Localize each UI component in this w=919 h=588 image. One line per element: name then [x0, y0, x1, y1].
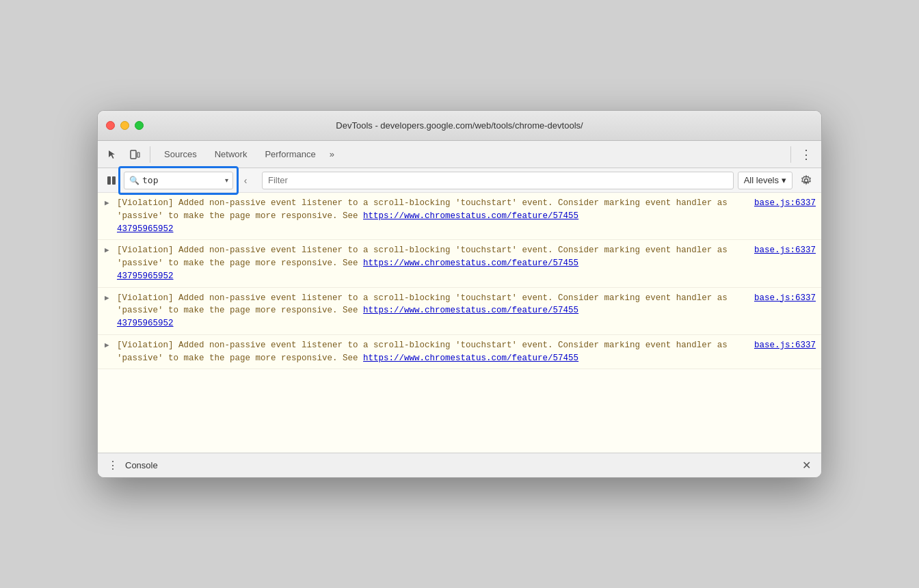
svg-point-4	[805, 178, 808, 182]
entry-link-inline[interactable]: https://www.chromestatus.com/feature/574…	[363, 258, 578, 268]
titlebar: DevTools - developers.google.com/web/too…	[98, 111, 821, 141]
entry-link-inline-2[interactable]: 43795965952	[117, 319, 174, 328]
play-icon	[107, 176, 116, 185]
bottombar-menu-button[interactable]: ⋮	[106, 459, 120, 472]
console-bottombar: ⋮ Console ✕	[98, 453, 821, 477]
svg-rect-3	[112, 176, 116, 185]
levels-arrow-icon: ▾	[782, 175, 786, 185]
execute-button[interactable]	[103, 172, 120, 189]
entry-link-inline[interactable]: https://www.chromestatus.com/feature/574…	[363, 306, 578, 315]
inspect-element-button[interactable]	[103, 145, 122, 164]
entry-expand-arrow[interactable]: ▶	[105, 198, 109, 209]
device-toolbar-button[interactable]	[125, 145, 144, 164]
tab-sources[interactable]: Sources	[156, 146, 205, 162]
console-toolbar: 🔍 top ▾ ‹ All levels ▾	[98, 168, 821, 193]
traffic-lights	[106, 121, 144, 130]
log-levels-dropdown[interactable]: All levels ▾	[738, 172, 793, 189]
devtools-window: DevTools - developers.google.com/web/too…	[97, 110, 822, 478]
navigate-left-icon[interactable]: ‹	[239, 174, 252, 187]
levels-label: All levels	[744, 175, 779, 185]
entry-text: [Violation] Added non-passive event list…	[117, 339, 749, 365]
console-entry: ▶ [Violation] Added non-passive event li…	[98, 288, 821, 335]
svg-rect-1	[137, 152, 139, 157]
entry-text: [Violation] Added non-passive event list…	[117, 197, 749, 235]
console-output: ▶ [Violation] Added non-passive event li…	[98, 193, 821, 453]
close-button[interactable]	[106, 121, 115, 130]
entry-text: [Violation] Added non-passive event list…	[117, 244, 749, 282]
maximize-button[interactable]	[135, 121, 144, 130]
toolbar-separator-2	[790, 146, 791, 163]
console-entry: ▶ [Violation] Added non-passive event li…	[98, 193, 821, 240]
entry-expand-arrow[interactable]: ▶	[105, 340, 109, 351]
toolbar-separator	[150, 146, 150, 163]
entry-link-inline[interactable]: https://www.chromestatus.com/feature/574…	[363, 211, 578, 221]
cursor-icon	[107, 149, 118, 160]
bottombar-title: Console	[125, 460, 794, 470]
tab-network[interactable]: Network	[207, 146, 256, 162]
entry-source-link[interactable]: base.js:6337	[754, 339, 816, 365]
bottombar-close-button[interactable]: ✕	[799, 459, 813, 472]
context-value: top	[142, 175, 222, 185]
entry-link-inline[interactable]: https://www.chromestatus.com/feature/574…	[363, 353, 578, 363]
dropdown-arrow-icon: ▾	[225, 176, 228, 184]
filter-input[interactable]	[268, 175, 728, 185]
entry-text: [Violation] Added non-passive event list…	[117, 292, 749, 330]
entry-expand-arrow[interactable]: ▶	[105, 245, 109, 256]
console-entry: ▶ [Violation] Added non-passive event li…	[98, 335, 821, 370]
tab-more-button[interactable]: »	[325, 146, 338, 162]
entry-expand-arrow[interactable]: ▶	[105, 293, 109, 304]
entry-source-link[interactable]: base.js:6337	[754, 244, 816, 282]
entry-source-link[interactable]: base.js:6337	[754, 197, 816, 235]
svg-rect-2	[107, 176, 111, 185]
device-icon	[129, 149, 140, 160]
filter-input-wrapper	[262, 172, 734, 189]
devtools-main-toolbar: Sources Network Performance » ⋮	[98, 141, 821, 168]
tab-performance[interactable]: Performance	[256, 146, 323, 162]
svg-rect-0	[131, 150, 136, 159]
console-settings-button[interactable]	[797, 171, 816, 190]
toolbar-tabs: Sources Network Performance »	[156, 146, 785, 162]
entry-link-inline-2[interactable]: 43795965952	[117, 271, 174, 281]
context-selector[interactable]: 🔍 top ▾	[124, 172, 233, 189]
console-entry: ▶ [Violation] Added non-passive event li…	[98, 240, 821, 287]
context-selector-wrapper: 🔍 top ▾ ‹	[124, 172, 233, 189]
entry-link-inline-2[interactable]: 43795965952	[117, 224, 174, 234]
minimize-button[interactable]	[120, 121, 129, 130]
devtools-menu-button[interactable]: ⋮	[797, 145, 816, 164]
search-icon: 🔍	[129, 175, 139, 186]
window-title: DevTools - developers.google.com/web/too…	[336, 120, 583, 131]
entry-source-link[interactable]: base.js:6337	[754, 292, 816, 330]
gear-icon	[801, 175, 812, 186]
